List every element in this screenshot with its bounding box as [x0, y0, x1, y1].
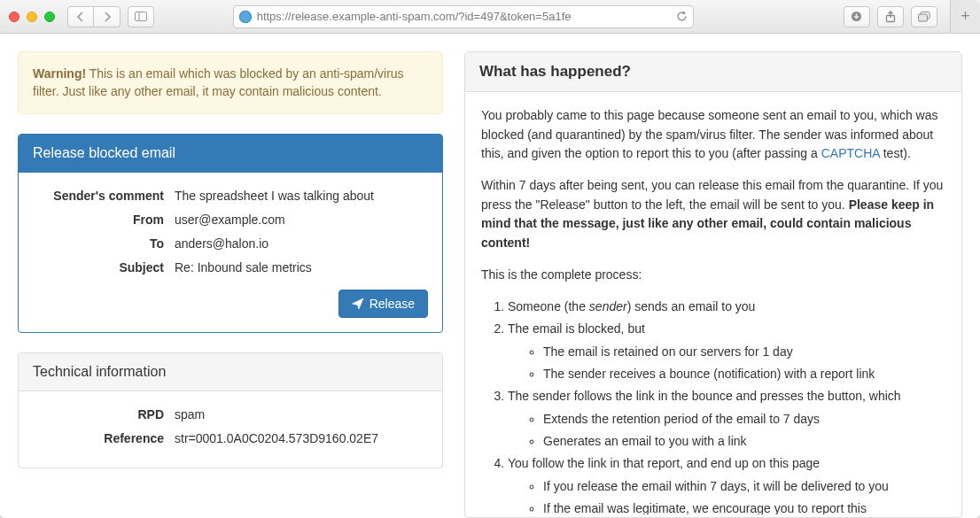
captcha-link[interactable]: CAPTCHA: [821, 146, 880, 160]
new-tab-button[interactable]: +: [950, 0, 980, 33]
reload-icon: [676, 11, 688, 22]
download-icon: [851, 11, 862, 22]
forward-button[interactable]: [94, 6, 121, 27]
fullscreen-window-icon[interactable]: [44, 12, 55, 22]
address-bar[interactable]: https://release.example-anti-spam.com/?i…: [233, 5, 694, 28]
tabs-button[interactable]: [911, 6, 937, 27]
process-step-1: Someone (the sender) sends an email to y…: [508, 298, 945, 317]
url-text: https://release.example-anti-spam.com/?i…: [257, 10, 572, 23]
to-value: anders@halon.io: [175, 235, 428, 253]
toolbar-right: [844, 6, 937, 27]
close-window-icon[interactable]: [9, 12, 19, 22]
rpd-value: spam: [175, 406, 428, 424]
sender-comment-value: The spreadsheet I was talking about: [175, 187, 428, 205]
release-button-label: Release: [369, 297, 415, 311]
info-panel-body: You probably came to this page because s…: [465, 92, 961, 514]
minimize-window-icon[interactable]: [27, 12, 37, 22]
process-step-3b: Generates an email to you with a link: [543, 432, 945, 452]
process-step-2: The email is blocked, but The email is r…: [508, 320, 945, 383]
share-icon: [885, 11, 896, 23]
reload-button[interactable]: [676, 11, 688, 22]
info-p1b: test).: [880, 146, 911, 160]
nav-back-forward: [67, 6, 121, 27]
process-list: Someone (the sender) sends an email to y…: [481, 298, 945, 515]
info-panel-title: What has happened?: [465, 52, 961, 92]
share-button[interactable]: [877, 6, 904, 27]
window-controls: [9, 12, 55, 22]
svg-rect-5: [918, 14, 927, 21]
chevron-left-icon: [76, 12, 85, 22]
back-button[interactable]: [67, 6, 94, 27]
process-step-2a: The email is retained on our servers for…: [543, 343, 945, 362]
warning-text: This is an email which was blocked by an…: [33, 66, 404, 98]
from-value: user@example.com: [175, 211, 428, 229]
svg-rect-0: [136, 12, 147, 21]
process-step-4a: If you release the email within 7 days, …: [543, 477, 945, 497]
plus-icon: +: [961, 7, 970, 26]
page-viewport: Warning! This is an email which was bloc…: [0, 34, 980, 518]
reference-value: str=0001.0A0C0204.573D9160.02E7: [175, 429, 428, 448]
reference-label: Reference: [33, 429, 175, 448]
subject-value: Re: Inbound sale metrics: [175, 259, 428, 277]
to-label: To: [33, 235, 175, 253]
info-p3: This is the complete process:: [481, 266, 945, 285]
subject-label: Subject: [33, 259, 175, 277]
downloads-button[interactable]: [844, 6, 870, 27]
technical-panel: Technical information RPD spam Reference…: [18, 352, 443, 468]
info-panel: What has happened? You probably came to …: [464, 51, 962, 518]
process-step-4: You follow the link in that report, and …: [508, 454, 945, 514]
release-panel-title: Release blocked email: [19, 135, 442, 173]
chevron-right-icon: [103, 12, 112, 22]
browser-window: https://release.example-anti-spam.com/?i…: [0, 0, 980, 518]
process-step-2b: The sender receives a bounce (notificati…: [543, 365, 945, 384]
process-step-4b: If the email was legitimate, we encourag…: [543, 499, 945, 514]
sidebar-toggle-button[interactable]: [128, 6, 154, 27]
release-button[interactable]: Release: [338, 290, 428, 318]
from-label: From: [33, 211, 175, 229]
technical-panel-title: Technical information: [19, 353, 442, 391]
paper-plane-icon: [352, 298, 364, 310]
warning-alert: Warning! This is an email which was bloc…: [18, 51, 443, 114]
tabs-icon: [918, 12, 930, 22]
sidebar-icon: [135, 12, 147, 21]
sender-comment-label: Sender's comment: [33, 187, 175, 205]
rpd-label: RPD: [33, 406, 175, 424]
warning-label: Warning!: [33, 66, 86, 81]
process-step-3: The sender follows the link in the bounc…: [508, 387, 945, 451]
process-step-3a: Extends the retention period of the emai…: [543, 410, 945, 429]
site-identity-icon: [239, 11, 252, 23]
release-panel: Release blocked email Sender's comment T…: [18, 134, 443, 333]
browser-toolbar: https://release.example-anti-spam.com/?i…: [0, 0, 980, 34]
